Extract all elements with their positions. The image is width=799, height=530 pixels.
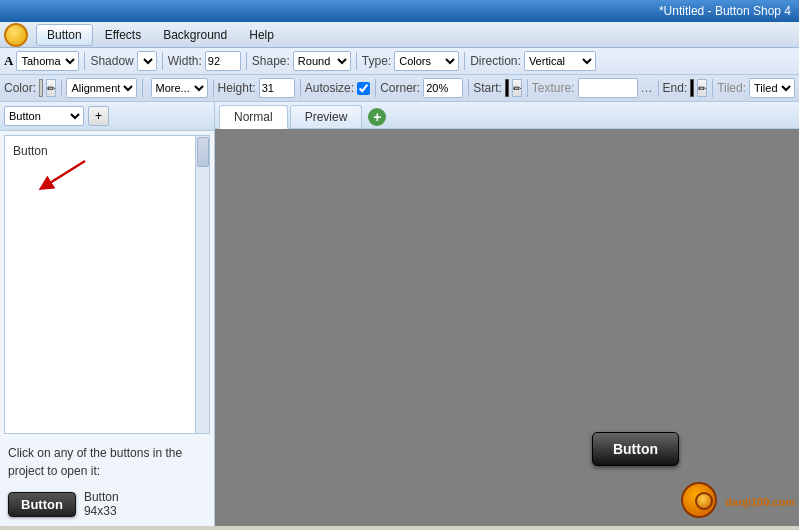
separator-1	[84, 52, 85, 70]
toolbar-row-1: A Tahoma Arial Verdana Shadow Width: Sha…	[0, 48, 799, 75]
color-label: Color:	[4, 81, 36, 95]
shadow-label: Shadow	[90, 54, 133, 68]
button-size-info: Button 94x33	[84, 490, 119, 518]
menu-background[interactable]: Background	[153, 25, 237, 45]
height-label: Height:	[218, 81, 256, 95]
tiled-select[interactable]: Tiled	[749, 78, 795, 98]
canvas-area: Button danji100.com	[215, 129, 799, 526]
separator-3	[246, 52, 247, 70]
menu-effects[interactable]: Effects	[95, 25, 151, 45]
title-bar: *Untitled - Button Shop 4	[0, 0, 799, 22]
autosize-checkbox[interactable]	[357, 82, 370, 95]
watermark-text: danji100.com	[725, 496, 795, 508]
menu-bar: Button Effects Background Help	[0, 22, 799, 48]
button-type-select[interactable]: Button	[4, 106, 84, 126]
app-logo	[4, 23, 28, 47]
toolbar-row-2: Color: ✏ Alignment More... Height: Autos…	[0, 75, 799, 102]
direction-select[interactable]: Vertical Horizontal	[524, 51, 596, 71]
center-panel: Normal Preview + Button danji100.com	[215, 102, 799, 526]
separator-4	[356, 52, 357, 70]
watermark: danji100.com	[681, 482, 795, 522]
type-label: Type:	[362, 54, 391, 68]
tab-preview[interactable]: Preview	[290, 105, 363, 128]
color-edit-button[interactable]: ✏	[46, 79, 56, 97]
menu-button[interactable]: Button	[36, 24, 93, 46]
left-panel: Button + Button Click on any o	[0, 102, 215, 526]
texture-label: Texture:	[532, 81, 575, 95]
app-title: *Untitled - Button Shop 4	[659, 4, 791, 18]
texture-input[interactable]	[578, 78, 638, 98]
button-size-text: 94x33	[84, 504, 119, 518]
tab-normal[interactable]: Normal	[219, 105, 288, 129]
corner-input[interactable]	[423, 78, 463, 98]
project-button[interactable]: Button	[8, 492, 76, 517]
start-color-edit[interactable]: ✏	[512, 79, 522, 97]
color-swatch[interactable]	[39, 79, 43, 97]
add-button[interactable]: +	[88, 106, 109, 126]
canvas-preview-button[interactable]: Button	[592, 432, 679, 466]
tab-bar: Normal Preview +	[215, 102, 799, 129]
more-select[interactable]: More...	[151, 78, 208, 98]
font-icon: A	[4, 53, 13, 69]
width-label: Width:	[168, 54, 202, 68]
end-color-swatch[interactable]	[690, 79, 694, 97]
tiled-label: Tiled:	[717, 81, 746, 95]
shadow-select[interactable]	[137, 51, 157, 71]
svg-line-1	[45, 161, 85, 186]
end-label: End:	[663, 81, 688, 95]
menu-help[interactable]: Help	[239, 25, 284, 45]
preview-area: Button	[4, 135, 210, 434]
shape-label: Shape:	[252, 54, 290, 68]
width-input[interactable]	[205, 51, 241, 71]
separator-2	[162, 52, 163, 70]
alignment-select[interactable]: Alignment	[66, 78, 137, 98]
font-select[interactable]: Tahoma Arial Verdana	[16, 51, 79, 71]
button-selector-bar: Button +	[0, 102, 214, 131]
end-color-edit[interactable]: ✏	[697, 79, 707, 97]
project-info-text: Click on any of the buttons in the proje…	[8, 446, 182, 478]
project-button-row: Button Button 94x33	[0, 486, 214, 526]
corner-label: Corner:	[380, 81, 420, 95]
direction-label: Direction:	[470, 54, 521, 68]
scrollbar-thumb[interactable]	[197, 137, 209, 167]
main-area: Button + Button Click on any o	[0, 102, 799, 526]
shape-select[interactable]: Round Square Oval	[293, 51, 351, 71]
start-label: Start:	[473, 81, 502, 95]
project-info: Click on any of the buttons in the proje…	[0, 438, 214, 486]
height-input[interactable]	[259, 78, 295, 98]
texture-browse[interactable]: …	[641, 81, 653, 95]
tab-add-button[interactable]: +	[368, 108, 386, 126]
button-label-text: Button	[84, 490, 119, 504]
red-arrow-icon	[35, 156, 95, 196]
preview-scrollbar[interactable]	[195, 136, 209, 433]
separator-5	[464, 52, 465, 70]
toolbars: A Tahoma Arial Verdana Shadow Width: Sha…	[0, 48, 799, 102]
start-color-swatch[interactable]	[505, 79, 509, 97]
type-select[interactable]: Colors Image Gradient	[394, 51, 459, 71]
watermark-logo	[681, 482, 721, 522]
autosize-label: Autosize:	[305, 81, 354, 95]
